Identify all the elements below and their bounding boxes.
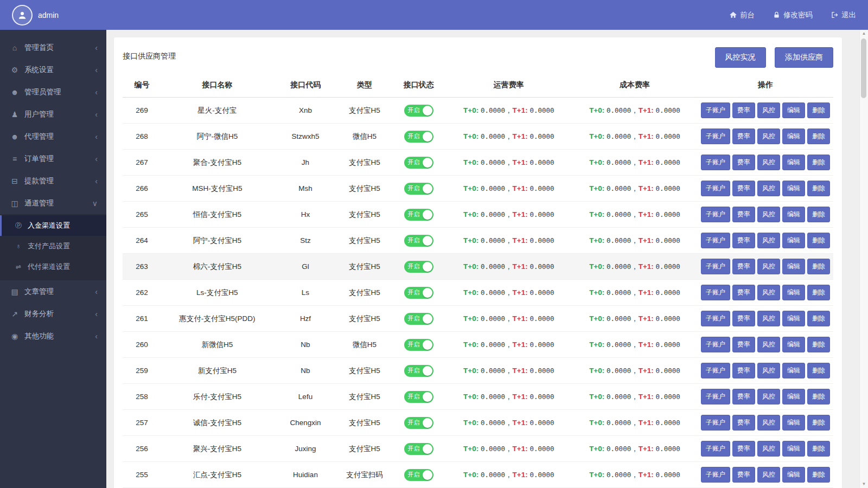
sidebar-item-admins[interactable]: ☻管理员管理‹	[0, 81, 106, 103]
action-edit-button[interactable]: 编辑	[782, 311, 805, 326]
nav-frontend[interactable]: 前台	[730, 10, 755, 20]
status-toggle[interactable]: 开启	[404, 365, 433, 377]
action-risk-button[interactable]: 风控	[757, 181, 780, 196]
action-rate-button[interactable]: 费率	[732, 467, 755, 483]
action-edit-button[interactable]: 编辑	[782, 207, 805, 222]
action-rate-button[interactable]: 费率	[732, 311, 755, 326]
action-delete-button[interactable]: 删除	[807, 181, 830, 196]
action-rate-button[interactable]: 费率	[732, 233, 755, 248]
action-edit-button[interactable]: 编辑	[782, 467, 805, 483]
action-rate-button[interactable]: 费率	[732, 441, 755, 457]
action-edit-button[interactable]: 编辑	[782, 389, 805, 404]
action-delete-button[interactable]: 删除	[807, 155, 830, 170]
action-subaccount-button[interactable]: 子账户	[701, 285, 730, 300]
status-toggle[interactable]: 开启	[404, 235, 433, 247]
action-risk-button[interactable]: 风控	[757, 415, 780, 431]
action-delete-button[interactable]: 删除	[807, 467, 830, 483]
nav-logout[interactable]: 退出	[831, 10, 856, 20]
status-toggle[interactable]: 开启	[404, 183, 433, 195]
action-delete-button[interactable]: 删除	[807, 259, 830, 274]
action-rate-button[interactable]: 费率	[732, 181, 755, 196]
action-edit-button[interactable]: 编辑	[782, 233, 805, 248]
scroll-down-arrow[interactable]: ▼	[860, 480, 868, 488]
sidebar-item-home[interactable]: ⌂管理首页‹	[0, 36, 106, 59]
sidebar-item-users[interactable]: ♟用户管理‹	[0, 103, 106, 125]
action-subaccount-button[interactable]: 子账户	[701, 467, 730, 483]
action-subaccount-button[interactable]: 子账户	[701, 102, 730, 118]
status-toggle[interactable]: 开启	[404, 105, 433, 117]
nav-change-password[interactable]: 修改密码	[773, 10, 813, 20]
status-toggle[interactable]: 开启	[404, 469, 433, 481]
add-supplier-button[interactable]: 添加供应商	[775, 47, 833, 68]
status-toggle[interactable]: 开启	[404, 313, 433, 325]
action-delete-button[interactable]: 删除	[807, 207, 830, 222]
action-rate-button[interactable]: 费率	[732, 363, 755, 378]
action-subaccount-button[interactable]: 子账户	[701, 337, 730, 352]
action-subaccount-button[interactable]: 子账户	[701, 233, 730, 248]
status-toggle[interactable]: 开启	[404, 417, 433, 429]
action-subaccount-button[interactable]: 子账户	[701, 441, 730, 457]
sidebar-item-system[interactable]: ⚙系统设置‹	[0, 59, 106, 81]
action-subaccount-button[interactable]: 子账户	[701, 363, 730, 378]
action-delete-button[interactable]: 删除	[807, 102, 830, 118]
action-edit-button[interactable]: 编辑	[782, 102, 805, 118]
action-rate-button[interactable]: 费率	[732, 337, 755, 352]
action-edit-button[interactable]: 编辑	[782, 259, 805, 274]
action-subaccount-button[interactable]: 子账户	[701, 155, 730, 170]
action-risk-button[interactable]: 风控	[757, 155, 780, 170]
sidebar-subitem-payout-channel[interactable]: ⇌代付渠道设置	[0, 256, 106, 277]
status-toggle[interactable]: 开启	[404, 131, 433, 143]
action-risk-button[interactable]: 风控	[757, 129, 780, 144]
action-risk-button[interactable]: 风控	[757, 233, 780, 248]
action-edit-button[interactable]: 编辑	[782, 441, 805, 457]
action-risk-button[interactable]: 风控	[757, 467, 780, 483]
action-delete-button[interactable]: 删除	[807, 415, 830, 431]
action-rate-button[interactable]: 费率	[732, 207, 755, 222]
sidebar-item-articles[interactable]: ▤文章管理‹	[0, 280, 106, 303]
action-rate-button[interactable]: 费率	[732, 129, 755, 144]
sidebar-item-agents[interactable]: ☻代理管理‹	[0, 125, 106, 147]
status-toggle[interactable]: 开启	[404, 157, 433, 169]
action-edit-button[interactable]: 编辑	[782, 155, 805, 170]
action-risk-button[interactable]: 风控	[757, 311, 780, 326]
action-delete-button[interactable]: 删除	[807, 285, 830, 300]
action-edit-button[interactable]: 编辑	[782, 337, 805, 352]
action-risk-button[interactable]: 风控	[757, 285, 780, 300]
sidebar-item-withdraw[interactable]: ⊟提款管理‹	[0, 170, 106, 192]
sidebar-item-other[interactable]: ◉其他功能‹	[0, 325, 106, 347]
status-toggle[interactable]: 开启	[404, 443, 433, 455]
action-edit-button[interactable]: 编辑	[782, 285, 805, 300]
status-toggle[interactable]: 开启	[404, 261, 433, 273]
action-subaccount-button[interactable]: 子账户	[701, 311, 730, 326]
action-rate-button[interactable]: 费率	[732, 415, 755, 431]
risk-live-button[interactable]: 风控实况	[715, 47, 766, 68]
action-subaccount-button[interactable]: 子账户	[701, 415, 730, 431]
action-rate-button[interactable]: 费率	[732, 285, 755, 300]
action-risk-button[interactable]: 风控	[757, 337, 780, 352]
scrollbar[interactable]: ▲ ▼	[859, 30, 868, 488]
action-delete-button[interactable]: 删除	[807, 311, 830, 326]
action-delete-button[interactable]: 删除	[807, 389, 830, 404]
status-toggle[interactable]: 开启	[404, 391, 433, 403]
action-edit-button[interactable]: 编辑	[782, 181, 805, 196]
action-rate-button[interactable]: 费率	[732, 155, 755, 170]
scroll-up-arrow[interactable]: ▲	[860, 30, 868, 37]
action-risk-button[interactable]: 风控	[757, 102, 780, 118]
action-risk-button[interactable]: 风控	[757, 207, 780, 222]
action-risk-button[interactable]: 风控	[757, 389, 780, 404]
action-subaccount-button[interactable]: 子账户	[701, 207, 730, 222]
action-risk-button[interactable]: 风控	[757, 259, 780, 274]
sidebar-subitem-pay-product[interactable]: ♁支付产品设置	[0, 236, 106, 256]
sidebar-item-channels[interactable]: ◫通道管理∨	[0, 192, 106, 214]
action-subaccount-button[interactable]: 子账户	[701, 129, 730, 144]
status-toggle[interactable]: 开启	[404, 287, 433, 299]
action-edit-button[interactable]: 编辑	[782, 129, 805, 144]
action-delete-button[interactable]: 删除	[807, 337, 830, 352]
action-rate-button[interactable]: 费率	[732, 389, 755, 404]
status-toggle[interactable]: 开启	[404, 209, 433, 221]
action-edit-button[interactable]: 编辑	[782, 415, 805, 431]
action-subaccount-button[interactable]: 子账户	[701, 259, 730, 274]
sidebar-item-orders[interactable]: ≡订单管理‹	[0, 147, 106, 170]
action-delete-button[interactable]: 删除	[807, 233, 830, 248]
sidebar-item-finance[interactable]: ↗财务分析‹	[0, 303, 106, 325]
